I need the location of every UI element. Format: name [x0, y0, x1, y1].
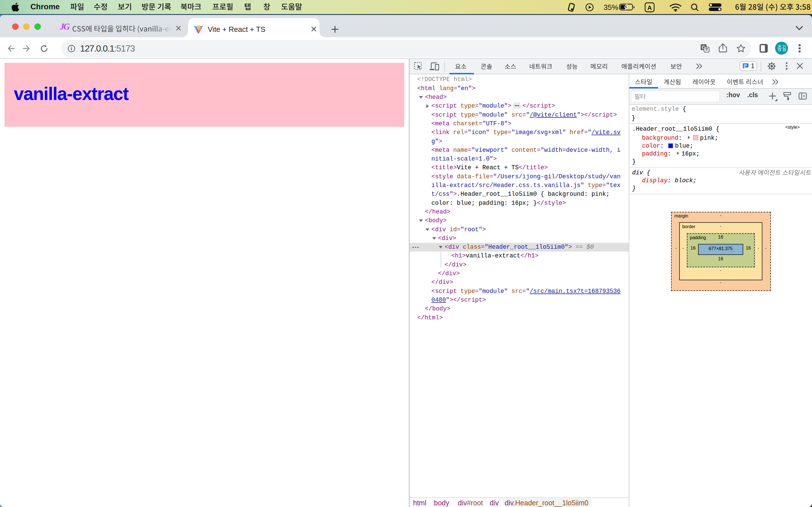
svg-text:A: A — [647, 4, 652, 11]
